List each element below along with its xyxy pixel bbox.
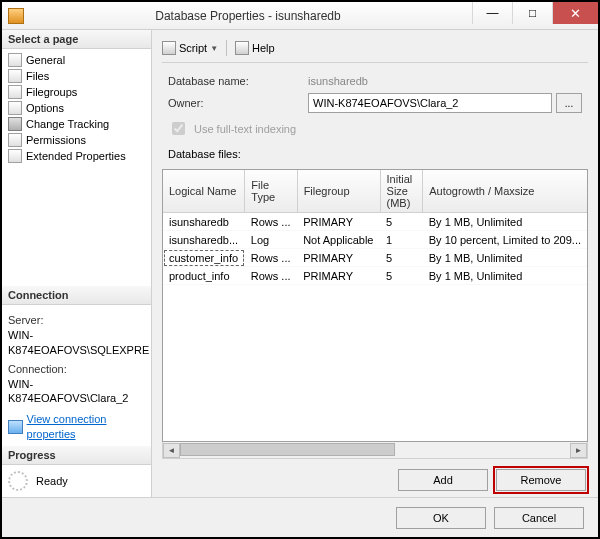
scroll-right-arrow[interactable]: ► <box>570 443 587 458</box>
ok-button[interactable]: OK <box>396 507 486 529</box>
server-value: WIN-K874EOAFOVS\SQLEXPRE <box>8 328 145 358</box>
page-tree: General Files Filegroups Options Change … <box>2 49 151 167</box>
col-initial-size[interactable]: Initial Size (MB) <box>380 170 423 213</box>
grid-buttons: Add Remove <box>162 459 588 493</box>
horizontal-scrollbar[interactable]: ◄ ► <box>162 442 588 459</box>
connection-icon <box>8 420 23 434</box>
scroll-track[interactable] <box>180 443 570 458</box>
scroll-left-arrow[interactable]: ◄ <box>163 443 180 458</box>
form-area: Database name: isunsharedb Owner: ... Us… <box>162 63 588 169</box>
close-button[interactable]: ✕ <box>552 2 598 24</box>
wrench-icon <box>8 117 22 131</box>
right-pane: Script ▼ Help Database name: isunsharedb… <box>152 30 598 497</box>
toolbar: Script ▼ Help <box>162 38 588 63</box>
dialog-footer: OK Cancel <box>2 497 598 537</box>
progress-body: Ready <box>2 465 151 497</box>
page-icon <box>8 85 22 99</box>
page-icon <box>8 133 22 147</box>
help-button[interactable]: Help <box>235 41 275 55</box>
owner-label: Owner: <box>168 97 308 109</box>
page-filegroups[interactable]: Filegroups <box>6 84 147 100</box>
page-icon <box>8 53 22 67</box>
table-row[interactable]: isunsharedb...LogNot Applicable1By 10 pe… <box>163 231 587 249</box>
app-icon <box>8 8 24 24</box>
connection-header: Connection <box>2 286 151 305</box>
page-options[interactable]: Options <box>6 100 147 116</box>
connection-value: WIN-K874EOAFOVS\Clara_2 <box>8 377 145 407</box>
fulltext-checkbox <box>172 122 185 135</box>
window-title: Database Properties - isunsharedb <box>24 9 472 23</box>
connection-body: Server: WIN-K874EOAFOVS\SQLEXPRE Connect… <box>2 305 151 446</box>
scroll-thumb[interactable] <box>180 443 395 456</box>
window-buttons: — □ ✕ <box>472 2 598 29</box>
remove-button[interactable]: Remove <box>496 469 586 491</box>
db-name-value: isunsharedb <box>308 75 368 87</box>
db-name-label: Database name: <box>168 75 308 87</box>
titlebar: Database Properties - isunsharedb — □ ✕ <box>2 2 598 30</box>
files-label: Database files: <box>168 148 582 160</box>
page-icon <box>8 69 22 83</box>
cancel-button[interactable]: Cancel <box>494 507 584 529</box>
minimize-button[interactable]: — <box>472 2 512 24</box>
progress-header: Progress <box>2 446 151 465</box>
page-permissions[interactable]: Permissions <box>6 132 147 148</box>
chevron-down-icon: ▼ <box>210 44 218 53</box>
view-connection-props-link[interactable]: View connection properties <box>27 412 145 442</box>
page-icon <box>8 101 22 115</box>
fulltext-label: Use full-text indexing <box>194 123 296 135</box>
col-file-type[interactable]: File Type <box>245 170 297 213</box>
col-logical-name[interactable]: Logical Name <box>163 170 245 213</box>
select-page-header: Select a page <box>2 30 151 49</box>
owner-browse-button[interactable]: ... <box>556 93 582 113</box>
grid-wrap: Logical Name File Type Filegroup Initial… <box>162 169 588 459</box>
add-button[interactable]: Add <box>398 469 488 491</box>
col-filegroup[interactable]: Filegroup <box>297 170 380 213</box>
files-grid[interactable]: Logical Name File Type Filegroup Initial… <box>162 169 588 442</box>
table-row[interactable]: product_infoRows ...PRIMARY5By 1 MB, Unl… <box>163 267 587 285</box>
maximize-button[interactable]: □ <box>512 2 552 24</box>
page-files[interactable]: Files <box>6 68 147 84</box>
separator <box>226 40 227 56</box>
script-icon <box>162 41 176 55</box>
page-icon <box>8 149 22 163</box>
spinner-icon <box>8 471 28 491</box>
connection-label: Connection: <box>8 362 145 377</box>
col-autogrowth[interactable]: Autogrowth / Maxsize <box>423 170 587 213</box>
page-general[interactable]: General <box>6 52 147 68</box>
script-button[interactable]: Script ▼ <box>162 41 218 55</box>
owner-input[interactable] <box>308 93 552 113</box>
progress-value: Ready <box>36 475 68 487</box>
server-label: Server: <box>8 313 145 328</box>
left-pane: Select a page General Files Filegroups O… <box>2 30 152 497</box>
help-icon <box>235 41 249 55</box>
table-row[interactable]: customer_infoRows ...PRIMARY5By 1 MB, Un… <box>163 249 587 267</box>
page-extended-properties[interactable]: Extended Properties <box>6 148 147 164</box>
table-row[interactable]: isunsharedbRows ...PRIMARY5By 1 MB, Unli… <box>163 213 587 231</box>
page-change-tracking[interactable]: Change Tracking <box>6 116 147 132</box>
